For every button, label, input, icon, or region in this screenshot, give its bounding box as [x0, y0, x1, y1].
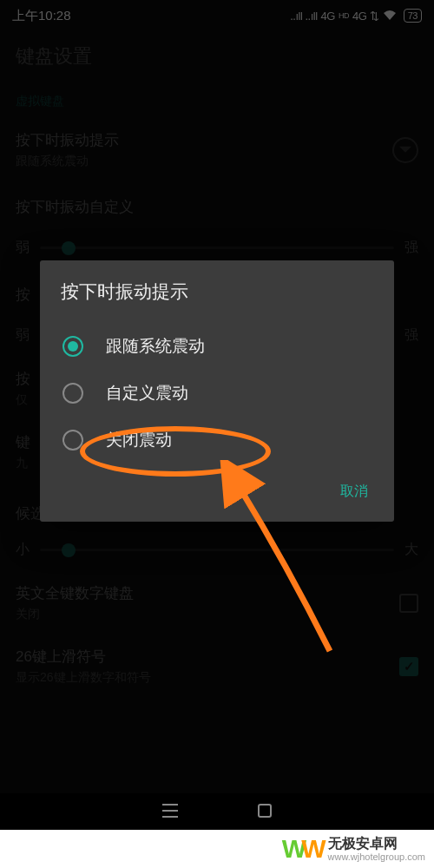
- watermark-logo-icon: WW: [282, 836, 321, 862]
- watermark-url: www.wjhotelgroup.com: [328, 852, 426, 862]
- radio-option-follow-system[interactable]: 跟随系统震动: [61, 323, 373, 370]
- radio-option-custom[interactable]: 自定义震动: [61, 370, 373, 417]
- svg-rect-0: [259, 805, 271, 817]
- dialog-title: 按下时振动提示: [61, 279, 373, 304]
- radio-label: 自定义震动: [106, 382, 188, 404]
- radio-icon: [62, 430, 83, 450]
- cancel-button[interactable]: 取消: [335, 474, 373, 510]
- radio-icon-selected: [62, 336, 83, 357]
- radio-label: 跟随系统震动: [106, 335, 205, 358]
- watermark: WW 无极安卓网 www.wjhotelgroup.com: [0, 830, 434, 868]
- vibration-dialog: 按下时振动提示 跟随系统震动 自定义震动 关闭震动 取消: [40, 260, 394, 522]
- watermark-title: 无极安卓网: [328, 836, 426, 852]
- radio-option-disable[interactable]: 关闭震动: [61, 417, 373, 464]
- radio-icon: [62, 383, 83, 404]
- nav-home-icon[interactable]: [257, 803, 273, 822]
- nav-recents-icon[interactable]: [161, 804, 179, 821]
- radio-label: 关闭震动: [106, 429, 172, 451]
- dialog-overlay[interactable]: 按下时振动提示 跟随系统震动 自定义震动 关闭震动 取消: [0, 0, 434, 868]
- navigation-bar: [0, 793, 434, 832]
